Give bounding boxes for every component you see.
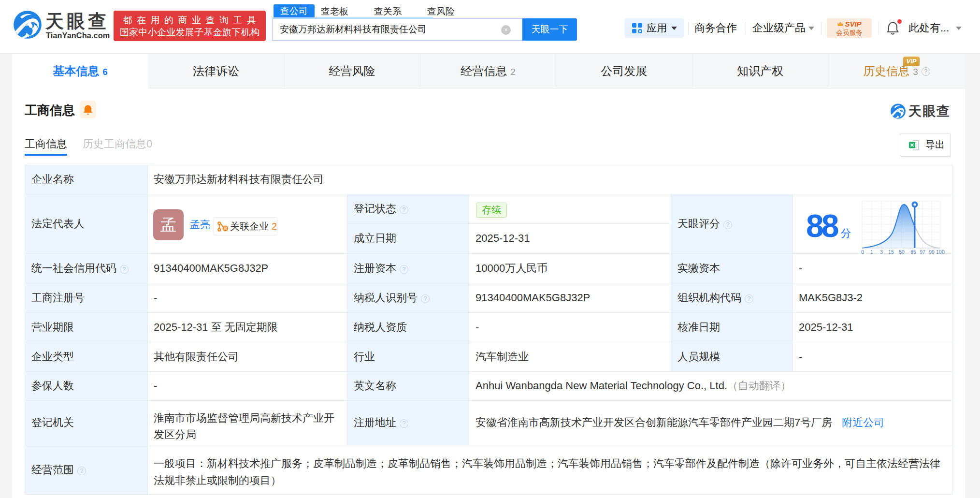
svg-text:50: 50: [899, 249, 905, 255]
svg-text:100: 100: [936, 249, 945, 255]
svg-text:15: 15: [888, 249, 894, 255]
svg-text:3: 3: [880, 249, 883, 255]
svg-text:97: 97: [920, 249, 925, 255]
svg-text:1: 1: [870, 249, 873, 255]
svg-text:99: 99: [929, 249, 935, 255]
svg-text:85: 85: [910, 249, 916, 255]
svg-text:0: 0: [861, 249, 864, 255]
svg-text:企: 企: [223, 226, 228, 231]
